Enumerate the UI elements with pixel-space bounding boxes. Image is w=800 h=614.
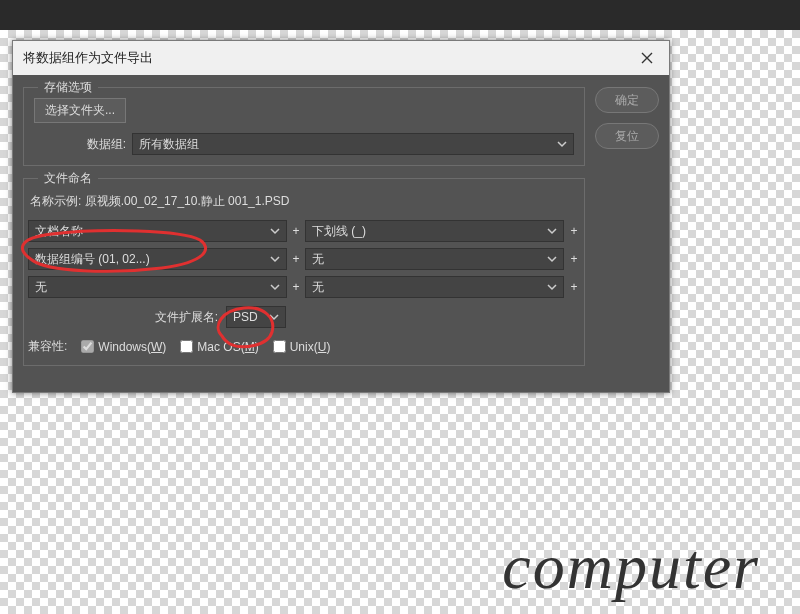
file-naming-group: 文件命名 名称示例: 原视频.00_02_17_10.静止 001_1.PSD … — [23, 178, 585, 366]
chevron-down-icon — [545, 280, 559, 294]
compat-mac-checkbox[interactable]: Mac OS(M) — [180, 340, 258, 354]
dialog-titlebar: 将数据组作为文件导出 — [13, 41, 669, 75]
dataset-label: 数据组: — [34, 136, 126, 153]
naming-legend: 文件命名 — [38, 170, 98, 187]
dialog-title: 将数据组作为文件导出 — [23, 49, 153, 67]
compat-label: 兼容性: — [28, 338, 67, 355]
storage-legend: 存储选项 — [38, 79, 98, 96]
naming-row: 无 + 无 + — [28, 276, 580, 298]
naming-left-select-1[interactable]: 文档名称 — [28, 220, 287, 242]
compat-windows-checkbox[interactable]: Windows(W) — [81, 340, 166, 354]
chevron-down-icon — [267, 310, 281, 324]
dataset-select[interactable]: 所有数据组 — [132, 133, 574, 155]
plus-separator: + — [568, 224, 580, 238]
chevron-down-icon — [545, 224, 559, 238]
naming-example: 名称示例: 原视频.00_02_17_10.静止 001_1.PSD — [30, 193, 580, 210]
watermark-text: computer — [502, 530, 760, 604]
naming-left-select-3[interactable]: 无 — [28, 276, 287, 298]
naming-left-select-2[interactable]: 数据组编号 (01, 02...) — [28, 248, 287, 270]
close-button[interactable] — [635, 46, 659, 70]
extension-select[interactable]: PSD — [226, 306, 286, 328]
app-topbar — [0, 0, 800, 30]
naming-row: 数据组编号 (01, 02...) + 无 + — [28, 248, 580, 270]
naming-right-select-2[interactable]: 无 — [305, 248, 564, 270]
ok-button[interactable]: 确定 — [595, 87, 659, 113]
storage-options-group: 存储选项 选择文件夹... 数据组: 所有数据组 — [23, 87, 585, 166]
chevron-down-icon — [268, 280, 282, 294]
extension-label: 文件扩展名: — [28, 309, 218, 326]
compat-unix-checkbox[interactable]: Unix(U) — [273, 340, 331, 354]
chevron-down-icon — [268, 252, 282, 266]
chevron-down-icon — [555, 137, 569, 151]
dataset-select-value: 所有数据组 — [139, 136, 199, 153]
plus-separator: + — [291, 224, 301, 238]
plus-separator: + — [568, 280, 580, 294]
plus-separator: + — [568, 252, 580, 266]
naming-right-select-3[interactable]: 无 — [305, 276, 564, 298]
plus-separator: + — [291, 280, 301, 294]
export-datasets-dialog: 将数据组作为文件导出 存储选项 选择文件夹... 数据组: 所有数据组 — [12, 40, 670, 393]
choose-folder-button[interactable]: 选择文件夹... — [34, 98, 126, 123]
naming-right-select-1[interactable]: 下划线 (_) — [305, 220, 564, 242]
plus-separator: + — [291, 252, 301, 266]
naming-row: 文档名称 + 下划线 (_) + — [28, 220, 580, 242]
chevron-down-icon — [545, 252, 559, 266]
chevron-down-icon — [268, 224, 282, 238]
reset-button[interactable]: 复位 — [595, 123, 659, 149]
